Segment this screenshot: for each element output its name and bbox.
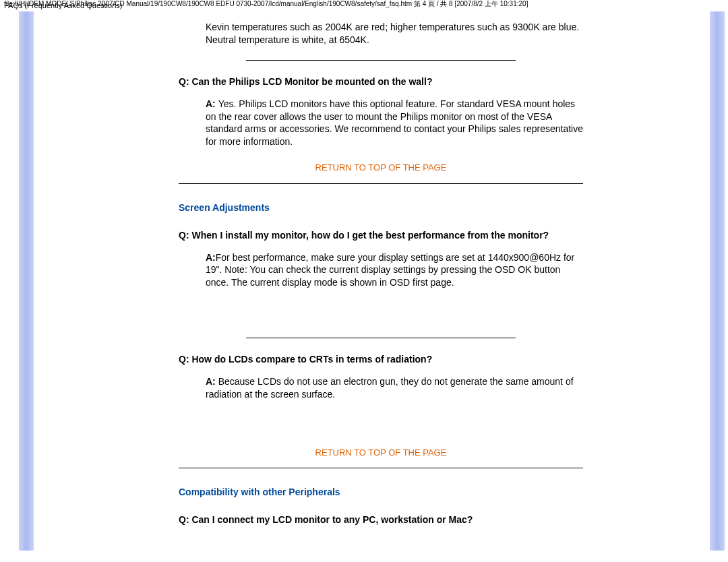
right-decor-stripe bbox=[710, 11, 725, 551]
q-text: Can I connect my LCD monitor to any PC, … bbox=[191, 514, 473, 525]
q-prefix: Q: bbox=[179, 354, 191, 365]
separator bbox=[246, 60, 516, 61]
spacer bbox=[179, 301, 583, 328]
return-to-top-link[interactable]: RETURN TO TOP OF THE PAGE bbox=[179, 162, 583, 174]
intro-paragraph: Kevin temperatures such as 2004K are red… bbox=[206, 21, 583, 46]
q-prefix: Q: bbox=[179, 514, 191, 525]
faq-question: Q: When I install my monitor, how do I g… bbox=[179, 229, 583, 242]
a-prefix: A: bbox=[206, 376, 218, 387]
faq-question: Q: Can the Philips LCD Monitor be mounte… bbox=[179, 75, 583, 88]
a-prefix: A: bbox=[206, 252, 216, 263]
faq-answer: A:For best performance, make sure your d… bbox=[206, 251, 583, 290]
separator-full bbox=[179, 183, 583, 184]
faq-question: Q: How do LCDs compare to CRTs in terms … bbox=[179, 353, 583, 366]
faq-answer: A: Because LCDs do not use an electron g… bbox=[206, 375, 583, 401]
q-text: When I install my monitor, how do I get … bbox=[191, 230, 549, 241]
return-to-top-link[interactable]: RETURN TO TOP OF THE PAGE bbox=[179, 447, 583, 459]
faq-answer: A: Yes. Philips LCD monitors have this o… bbox=[206, 98, 583, 149]
a-prefix: A: bbox=[206, 98, 218, 109]
section-heading: Screen Adjustments bbox=[179, 201, 583, 214]
q-prefix: Q: bbox=[179, 230, 191, 241]
footer-path: file:///H|/OEM MODELS/Philips 2007/CD Ma… bbox=[0, 0, 723, 9]
a-text: Yes. Philips LCD monitors have this opti… bbox=[206, 98, 583, 148]
section-heading: Compatibility with other Peripherals bbox=[179, 486, 583, 499]
left-decor-stripe bbox=[19, 11, 34, 551]
q-text: Can the Philips LCD Monitor be mounted o… bbox=[191, 76, 432, 87]
faq-question: Q: Can I connect my LCD monitor to any P… bbox=[179, 513, 583, 526]
q-prefix: Q: bbox=[179, 76, 191, 87]
a-text: Because LCDs do not use an electron gun,… bbox=[206, 376, 574, 400]
a-text: For best performance, make sure your dis… bbox=[206, 252, 574, 288]
q-text: How do LCDs compare to CRTs in terms of … bbox=[191, 354, 432, 365]
separator bbox=[246, 338, 516, 338]
separator-full bbox=[179, 468, 583, 468]
spacer bbox=[179, 413, 583, 433]
main-content: Kevin temperatures such as 2004K are red… bbox=[179, 11, 583, 536]
